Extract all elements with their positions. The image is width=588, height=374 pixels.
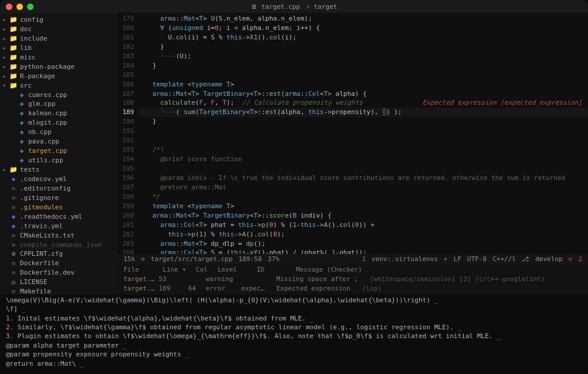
checker-row[interactable]: target.…53warningMissing space after ; [… — [123, 275, 582, 284]
code-line[interactable]: U.col(i) = S % this->X1().col(i); — [139, 33, 588, 42]
col-id[interactable]: ID — [257, 265, 292, 275]
code-line[interactable]: /*! — [139, 145, 588, 155]
git-branch[interactable]: develop — [535, 255, 562, 263]
tree-item[interactable]: ▫Makefile — [0, 287, 118, 295]
zoom-icon[interactable] — [27, 4, 34, 10]
tree-item[interactable]: ▸📁R-package — [0, 72, 118, 81]
error-count[interactable]: 1 — [362, 255, 366, 263]
tree-item[interactable]: ◈utils.cpp — [0, 156, 118, 165]
code-line[interactable]: arma::Mat<T> TargetBinary<T>::est(arma::… — [139, 89, 588, 99]
chevron-icon — [2, 175, 8, 184]
tree-item[interactable]: ▸📁doc — [0, 25, 118, 34]
code-line[interactable]: arma::Mat<T> dp_dlp = dp(); — [139, 239, 588, 249]
chevron-icon: ▸ — [2, 44, 8, 53]
col-line[interactable]: Line ▾ — [163, 265, 192, 275]
col-file[interactable]: File — [123, 265, 159, 275]
file-path[interactable]: target/src/target.cpp — [151, 255, 233, 263]
tree-label: .editorconfig — [20, 184, 71, 193]
tree-item[interactable]: ▸📁python-package — [0, 62, 118, 72]
checker-header: File Line ▾ Col Level ID Message (Checke… — [123, 265, 582, 275]
code-buffer[interactable]: arma::Mat<T> U(S.n_elem, alpha.n_elem); … — [139, 13, 588, 254]
file-icon: ▫ — [9, 287, 18, 295]
code-line[interactable]: arma::Col<T> S = (this->Y()-phat) / (pha… — [139, 248, 588, 254]
code-line[interactable]: template <typename T> — [139, 202, 588, 211]
tree-item[interactable]: ◈mlogit.cpp — [0, 118, 118, 128]
branch-icon: ⎇ — [522, 255, 529, 263]
tree-label: glm.cpp — [28, 99, 55, 109]
code-line[interactable] — [139, 71, 588, 80]
code-line[interactable] — [139, 164, 588, 173]
code-line[interactable]: this->p(1) % this->A().col(0); — [139, 230, 588, 239]
chevron-icon — [11, 99, 16, 109]
chevron-icon: ▸ — [2, 53, 8, 62]
yml-icon: ◆ — [9, 222, 18, 231]
tree-item[interactable]: ◈kalman.cpp — [0, 109, 118, 118]
tree-item[interactable]: ◈glm.cpp — [0, 99, 118, 109]
tree-item[interactable]: ◈target.cpp — [0, 146, 118, 156]
code-line[interactable]: @brief score function — [139, 155, 588, 164]
tree-item[interactable]: ▫Dockerfile — [0, 259, 118, 268]
tree-label: include — [20, 34, 47, 44]
file-tree[interactable]: ▸📁config▸📁doc▸📁include▸📁lib▸📁misc▸📁pytho… — [0, 13, 118, 295]
file-size: 15k — [123, 255, 135, 263]
file-icon: ▫ — [9, 193, 18, 203]
log-line: 2. Similarly, \f$\widehat{\gamma}\f$ obt… — [6, 323, 582, 332]
tree-item[interactable]: ▸📁lib — [0, 44, 118, 53]
code-line[interactable]: arma::Mat<T> U(S.n_elem, alpha.n_elem); — [139, 14, 588, 24]
minimize-icon[interactable] — [16, 4, 23, 10]
col-col[interactable]: Col — [196, 265, 213, 275]
code-line[interactable]: @return arma::Mat — [139, 183, 588, 192]
code-line[interactable] — [139, 126, 588, 136]
tree-item[interactable]: ◆.travis.yml — [0, 222, 118, 231]
tree-item[interactable]: ▫CMakeLists.txt — [0, 231, 118, 241]
yml-icon: ◆ — [9, 175, 18, 184]
code-line[interactable]: └──→(U); — [139, 52, 588, 61]
tree-item[interactable]: ⚙CPPLINT.cfg — [0, 249, 118, 259]
code-line[interactable]: } — [139, 61, 588, 71]
tree-item[interactable]: ▫.gitmodules — [0, 203, 118, 212]
tree-item[interactable]: ◈cumres.cpp — [0, 91, 118, 100]
tree-item[interactable]: ▫.gitignore — [0, 193, 118, 203]
line-gutter: 1791801811821831841851861871881891901911… — [118, 13, 139, 254]
line-ending[interactable]: LF — [453, 255, 461, 263]
code-line[interactable]: └──→( sum(TargetBinary<T>::est(alpha, th… — [139, 108, 588, 117]
tree-item[interactable]: ▫compile_commands.json — [0, 241, 118, 250]
tree-item[interactable]: ◈nb.cpp — [0, 128, 118, 137]
error-badge-icon: ⊗ — [141, 255, 145, 263]
echo-area[interactable]: \omega(V)\Big(A-e(V;\widehat{\gamma})\Bi… — [0, 295, 588, 374]
code-line[interactable]: */ — [139, 192, 588, 202]
tree-item[interactable]: ▸📁misc — [0, 53, 118, 62]
code-line[interactable]: } — [139, 42, 588, 52]
tree-item[interactable]: ▸📁include — [0, 34, 118, 44]
tree-item[interactable]: ▸📁config — [0, 15, 118, 25]
col-msg[interactable]: Message (Checker) — [296, 265, 362, 275]
tree-item[interactable]: ▫.editorconfig — [0, 184, 118, 193]
code-line[interactable]: @param indiv - If \c true the individual… — [139, 173, 588, 183]
major-mode[interactable]: C++//l — [493, 255, 516, 263]
tree-item[interactable]: ▾📁src — [0, 81, 118, 91]
code-line[interactable] — [139, 136, 588, 145]
tree-item[interactable]: ◆.readthedocs.yml — [0, 212, 118, 222]
tree-item[interactable]: ◆.codecov.yml — [0, 175, 118, 184]
tree-item[interactable]: ▸📁tests — [0, 165, 118, 175]
encoding[interactable]: UTF-8 — [467, 255, 487, 263]
tree-item[interactable]: ◈pava.cpp — [0, 137, 118, 146]
tree-item[interactable]: ▫Dockerfile.dev — [0, 268, 118, 278]
checker-row[interactable]: target.…18964errorexpec…Expected express… — [123, 284, 582, 293]
code-line[interactable]: arma::Mat<T> TargetBinary<T>::score(B in… — [139, 211, 588, 221]
folder-icon: 📁 — [9, 62, 18, 72]
code-line[interactable]: template <typename T> — [139, 80, 588, 89]
close-icon[interactable] — [6, 4, 12, 10]
code-line[interactable]: calculate(F, F, T); // Calculate propens… — [139, 98, 588, 108]
code-line[interactable]: ∀ (unsigned i=0; i < alpha.n_elem; i++) … — [139, 24, 588, 33]
chevron-icon: ▸ — [2, 15, 8, 25]
code-area[interactable]: 1791801811821831841851861871881891901911… — [118, 13, 588, 254]
venv-indicator[interactable]: venv:.virtualenvs — [372, 255, 438, 263]
tree-item[interactable]: ⚖LICENSE — [0, 278, 118, 287]
col-level[interactable]: Level — [218, 265, 253, 275]
tree-label: cumres.cpp — [28, 91, 67, 100]
code-line[interactable]: arma::Col<T> phat = this->p(0) % (1-this… — [139, 221, 588, 230]
code-line[interactable]: } — [139, 117, 588, 126]
flycheck-panel[interactable]: File Line ▾ Col Level ID Message (Checke… — [118, 264, 588, 295]
titlebar[interactable]: 🗎 target.cpp ⌖ target — [0, 0, 588, 13]
